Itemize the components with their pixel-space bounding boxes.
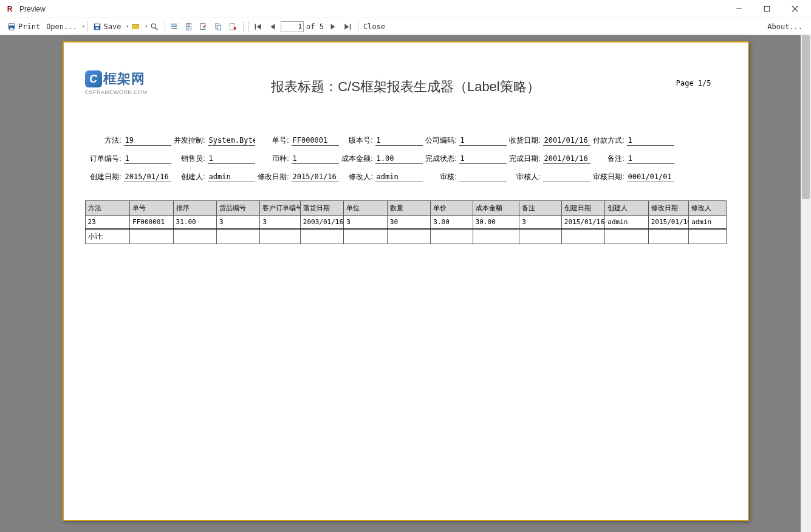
form-value: 1 xyxy=(459,154,507,164)
form-value: 2001/01/16 00 xyxy=(543,136,590,146)
table-cell xyxy=(300,229,343,244)
form-label: 单号: xyxy=(255,135,292,146)
form-value: 1 xyxy=(375,136,423,146)
table-header-cell: 修改日期 xyxy=(648,201,688,216)
table-cell: 2003/01/16 xyxy=(300,216,343,230)
table-cell xyxy=(689,229,726,244)
table-header-cell: 数量 xyxy=(387,201,430,216)
table-header-cell: 创建日期 xyxy=(561,201,604,216)
form-row: 订单编号:1销售员:1币种:1成本金额:1.00完成状态:1完成日期:2001/… xyxy=(85,151,727,164)
form-row: 创建日期:2015/01/16 00创建人:admin修改日期:2015/01/… xyxy=(85,169,727,182)
svg-point-11 xyxy=(151,24,156,28)
form-field: 完成状态:1 xyxy=(423,154,507,164)
next-page-button[interactable] xyxy=(326,20,340,33)
form-value: 2015/01/16 00 xyxy=(292,172,339,182)
table-cell xyxy=(473,229,519,244)
svg-line-12 xyxy=(156,27,158,30)
prev-page-button[interactable] xyxy=(266,20,279,33)
svg-rect-20 xyxy=(187,24,190,25)
form-field: 公司编码:1 xyxy=(423,135,507,146)
table-header-cell: 修改人 xyxy=(689,201,726,216)
vertical-scrollbar[interactable] xyxy=(801,35,811,532)
svg-marker-33 xyxy=(331,24,335,29)
form-value: FF000001 xyxy=(292,136,339,146)
outline-button[interactable] xyxy=(168,20,181,33)
logo-icon: C xyxy=(85,70,102,87)
page-count-label: of 5 xyxy=(306,22,324,31)
svg-marker-34 xyxy=(344,24,349,29)
scrollbar-thumb[interactable] xyxy=(802,35,810,199)
table-cell xyxy=(648,229,688,244)
form-value: 1 xyxy=(627,136,674,146)
table-cell: 3 xyxy=(217,216,260,230)
form-field: 收货日期:2001/01/16 00 xyxy=(507,135,590,146)
table-header-cell: 货品编号 xyxy=(217,201,260,216)
svg-rect-8 xyxy=(95,24,99,26)
form-field: 完成日期:2001/01/16 00 xyxy=(507,154,590,164)
print-button[interactable]: Print xyxy=(5,20,43,33)
form-field: 备注:1 xyxy=(590,154,674,164)
open-dropdown-arrow[interactable]: ▾ xyxy=(82,24,85,29)
svg-point-16 xyxy=(171,23,172,24)
about-button[interactable]: About... xyxy=(765,20,805,33)
save-button[interactable]: Save xyxy=(91,20,124,33)
table-cell: 3 xyxy=(519,216,561,230)
search-button[interactable] xyxy=(148,20,161,33)
first-page-button[interactable] xyxy=(252,20,265,33)
table-header-cell: 方法 xyxy=(85,201,130,216)
page-indicator: Page 1/5 xyxy=(676,79,711,87)
window-controls xyxy=(725,0,809,18)
save-label: Save xyxy=(104,22,121,31)
svg-rect-9 xyxy=(95,27,98,29)
svg-rect-6 xyxy=(10,27,14,30)
logo: C 框架网 CSFRAMEWORK.COM xyxy=(85,70,148,95)
form-label: 备注: xyxy=(590,154,627,164)
form-label: 成本金额: xyxy=(339,154,375,164)
edit-page-button[interactable] xyxy=(197,20,210,33)
open-button[interactable]: Open... xyxy=(44,20,80,33)
preview-area: C 框架网 CSFRAMEWORK.COM 报表标题：C/S框架报表生成器（La… xyxy=(0,35,811,532)
svg-point-18 xyxy=(171,27,173,29)
close-button[interactable] xyxy=(781,0,809,18)
table-cell xyxy=(130,229,173,244)
form-value: admin xyxy=(375,172,423,182)
table-cell: admin xyxy=(689,216,726,230)
form-value: 0001/01/01 00 xyxy=(627,172,674,182)
print-label: Print xyxy=(18,22,40,31)
last-page-button[interactable] xyxy=(341,20,354,33)
table-cell xyxy=(605,229,648,244)
table-cell: admin xyxy=(605,216,648,230)
mail-button[interactable] xyxy=(129,20,142,33)
table-header-cell: 落货日期 xyxy=(300,201,343,216)
window-title: Preview xyxy=(19,5,725,13)
page-setup-button[interactable] xyxy=(182,20,196,33)
form-label: 订单编号: xyxy=(85,154,124,164)
minimize-button[interactable] xyxy=(725,0,753,18)
table-header-cell: 单价 xyxy=(431,201,473,216)
form-value: 1 xyxy=(208,154,255,164)
separator xyxy=(358,21,358,32)
delete-page-button[interactable] xyxy=(226,20,239,33)
table-cell xyxy=(260,229,300,244)
table-cell: 30.00 xyxy=(473,216,519,230)
form-field: 修改日期:2015/01/16 00 xyxy=(255,172,339,182)
form-label: 审核: xyxy=(423,172,459,182)
report-page: C 框架网 CSFRAMEWORK.COM 报表标题：C/S框架报表生成器（La… xyxy=(63,41,749,521)
form-value: 2015/01/16 00 xyxy=(124,172,171,182)
table-cell: FF000001 xyxy=(130,216,173,230)
svg-marker-32 xyxy=(271,24,275,29)
form-field: 审核日期:0001/01/01 00 xyxy=(590,172,674,182)
maximize-button[interactable] xyxy=(753,0,781,18)
table-cell: 2015/01/16 xyxy=(561,216,604,230)
table-header-cell: 客户订单编号 xyxy=(260,201,300,216)
svg-point-17 xyxy=(171,26,173,27)
svg-rect-1 xyxy=(764,6,769,11)
copy-button[interactable] xyxy=(211,20,225,33)
page-number-input[interactable] xyxy=(281,21,304,32)
separator xyxy=(243,21,244,32)
form-label: 审核日期: xyxy=(590,172,627,182)
form-field: 方法:19 xyxy=(85,135,171,146)
close-button-toolbar[interactable]: Close xyxy=(361,20,388,33)
table-header-row: 方法单号排序货品编号客户订单编号落货日期单位数量单价成本金额备注创建日期创建人修… xyxy=(85,201,726,216)
form-value: admin xyxy=(208,172,255,182)
